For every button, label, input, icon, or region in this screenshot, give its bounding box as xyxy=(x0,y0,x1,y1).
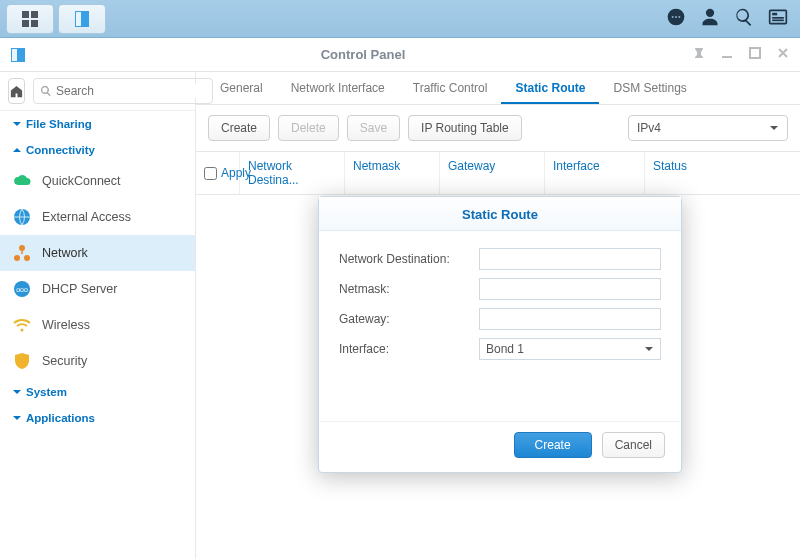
chevron-down-icon xyxy=(12,387,22,397)
sidebar-item-label: QuickConnect xyxy=(42,174,121,188)
chevron-down-icon xyxy=(12,119,22,129)
pin-icon[interactable] xyxy=(692,46,706,64)
tab-bar: General Network Interface Traffic Contro… xyxy=(196,72,800,105)
dialog-create-button[interactable]: Create xyxy=(514,432,592,458)
shield-icon xyxy=(12,351,32,371)
input-gateway[interactable] xyxy=(479,308,661,330)
svg-rect-3 xyxy=(31,20,38,27)
svg-rect-1 xyxy=(31,11,38,18)
section-label: File Sharing xyxy=(26,118,92,130)
dhcp-icon: ooo xyxy=(12,279,32,299)
svg-rect-0 xyxy=(22,11,29,18)
search-icon xyxy=(40,85,52,97)
sidebar-item-label: External Access xyxy=(42,210,131,224)
select-value: Bond 1 xyxy=(486,342,524,356)
sidebar-item-security[interactable]: Security xyxy=(0,343,195,379)
maximize-icon[interactable] xyxy=(748,46,762,64)
chevron-down-icon xyxy=(644,344,654,354)
column-network-destination[interactable]: Network Destina... xyxy=(240,152,345,194)
sidebar: File Sharing Connectivity QuickConnect E… xyxy=(0,72,196,559)
select-value: IPv4 xyxy=(637,121,661,135)
svg-text:ooo: ooo xyxy=(16,286,28,293)
svg-rect-5 xyxy=(76,12,81,26)
save-button[interactable]: Save xyxy=(347,115,400,141)
sidebar-item-label: Wireless xyxy=(42,318,90,332)
dialog-cancel-button[interactable]: Cancel xyxy=(602,432,665,458)
section-file-sharing[interactable]: File Sharing xyxy=(0,111,195,137)
tab-dsm-settings[interactable]: DSM Settings xyxy=(599,72,700,104)
user-icon[interactable] xyxy=(700,7,720,31)
static-route-dialog: Static Route Network Destination: Netmas… xyxy=(318,196,682,473)
system-taskbar xyxy=(0,0,800,38)
section-applications[interactable]: Applications xyxy=(0,405,195,431)
sidebar-item-wireless[interactable]: Wireless xyxy=(0,307,195,343)
sidebar-item-network[interactable]: Network xyxy=(0,235,195,271)
label-netmask: Netmask: xyxy=(339,282,479,296)
select-interface[interactable]: Bond 1 xyxy=(479,338,661,360)
minimize-icon[interactable] xyxy=(720,46,734,64)
column-interface[interactable]: Interface xyxy=(545,152,645,194)
column-gateway[interactable]: Gateway xyxy=(440,152,545,194)
section-label: Applications xyxy=(26,412,95,424)
globe-icon xyxy=(12,207,32,227)
search-input[interactable] xyxy=(56,84,206,98)
sidebar-item-dhcp-server[interactable]: ooo DHCP Server xyxy=(0,271,195,307)
close-icon[interactable] xyxy=(776,46,790,64)
search-input-wrapper[interactable] xyxy=(33,78,213,104)
cloud-icon xyxy=(12,171,32,191)
home-button[interactable] xyxy=(8,78,25,104)
control-panel-task-button[interactable] xyxy=(58,4,106,34)
window-title: Control Panel xyxy=(34,47,692,62)
chevron-up-icon xyxy=(12,145,22,155)
tab-traffic-control[interactable]: Traffic Control xyxy=(399,72,502,104)
sidebar-item-label: Network xyxy=(42,246,88,260)
select-all-checkbox[interactable] xyxy=(204,167,217,180)
section-label: Connectivity xyxy=(26,144,95,156)
network-icon xyxy=(12,243,32,263)
column-status[interactable]: Status xyxy=(645,152,800,194)
label-gateway: Gateway: xyxy=(339,312,479,326)
search-icon[interactable] xyxy=(734,7,754,31)
svg-rect-2 xyxy=(22,20,29,27)
sidebar-item-label: Security xyxy=(42,354,87,368)
svg-rect-12 xyxy=(722,56,732,58)
svg-point-16 xyxy=(14,255,20,261)
svg-point-20 xyxy=(21,329,24,332)
app-launcher-button[interactable] xyxy=(6,4,54,34)
section-connectivity[interactable]: Connectivity xyxy=(0,137,195,163)
label-interface: Interface: xyxy=(339,342,479,356)
notifications-icon[interactable] xyxy=(666,7,686,31)
widgets-icon[interactable] xyxy=(768,7,788,31)
section-system[interactable]: System xyxy=(0,379,195,405)
svg-rect-7 xyxy=(772,12,777,14)
ip-routing-table-button[interactable]: IP Routing Table xyxy=(408,115,522,141)
chevron-down-icon xyxy=(769,123,779,133)
svg-rect-8 xyxy=(772,17,784,19)
toolbar: Create Delete Save IP Routing Table IPv4 xyxy=(196,105,800,151)
delete-button[interactable]: Delete xyxy=(278,115,339,141)
column-netmask[interactable]: Netmask xyxy=(345,152,440,194)
create-button[interactable]: Create xyxy=(208,115,270,141)
input-network-destination[interactable] xyxy=(479,248,661,270)
sidebar-item-quickconnect[interactable]: QuickConnect xyxy=(0,163,195,199)
select-all-cell[interactable]: Apply xyxy=(196,152,240,194)
wifi-icon xyxy=(12,315,32,335)
label-network-destination: Network Destination: xyxy=(339,252,479,266)
tab-general[interactable]: General xyxy=(206,72,277,104)
dialog-title: Static Route xyxy=(319,197,681,231)
window-app-icon xyxy=(10,47,26,63)
svg-rect-13 xyxy=(750,48,760,58)
window-titlebar: Control Panel xyxy=(0,38,800,72)
section-label: System xyxy=(26,386,67,398)
tab-static-route[interactable]: Static Route xyxy=(501,72,599,104)
ip-version-select[interactable]: IPv4 xyxy=(628,115,788,141)
svg-point-15 xyxy=(19,245,25,251)
tab-network-interface[interactable]: Network Interface xyxy=(277,72,399,104)
sidebar-item-label: DHCP Server xyxy=(42,282,117,296)
svg-point-17 xyxy=(24,255,30,261)
svg-rect-9 xyxy=(772,19,784,21)
sidebar-item-external-access[interactable]: External Access xyxy=(0,199,195,235)
chevron-down-icon xyxy=(12,413,22,423)
table-header: Apply Network Destina... Netmask Gateway… xyxy=(196,151,800,195)
input-netmask[interactable] xyxy=(479,278,661,300)
